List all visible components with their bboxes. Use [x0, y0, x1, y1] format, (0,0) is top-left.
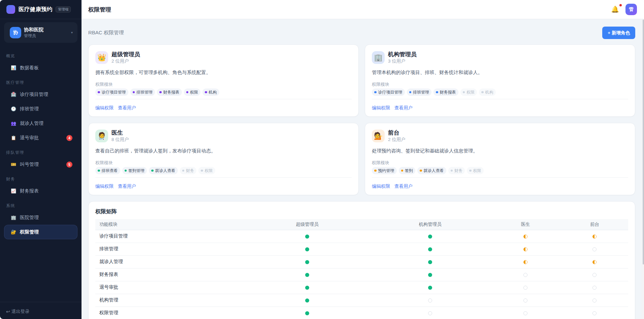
sidebar-item-treatment-projects[interactable]: 🏥 诊疗项目管理: [4, 87, 77, 102]
ticket-icon: 🎫: [11, 162, 15, 167]
permission-level-dot: [305, 247, 309, 251]
matrix-module-name: 财务报表: [95, 268, 244, 281]
matrix-module-name: 权限管理: [95, 307, 244, 319]
permission-tag: 诊疗项目管理: [372, 88, 405, 96]
permission-level-dot: [305, 260, 309, 264]
view-users-link[interactable]: 查看用户: [394, 105, 413, 111]
permission-tag-label: 财务报表: [440, 90, 456, 95]
permission-level-dot: [592, 286, 597, 290]
add-role-button[interactable]: + 新增角色: [602, 27, 635, 39]
sidebar: 医疗健康预约 管理端 协 协和医院 管理员 ▾ 概览 📊 数据看板 医疗管理 🏥…: [0, 0, 82, 319]
view-users-link[interactable]: 查看用户: [394, 183, 413, 189]
hospital-selector[interactable]: 协 协和医院 管理员 ▾: [4, 22, 77, 43]
edit-permissions-link[interactable]: 编辑权限: [95, 183, 114, 189]
app-badge: 管理端: [56, 6, 71, 12]
app-logo-icon: [6, 5, 15, 14]
role-card-head: 👑 超级管理员 2 位用户: [95, 51, 352, 64]
logout-arrow-icon: ↩: [6, 309, 10, 314]
tag-dot: [451, 170, 453, 172]
scrollbar-thumb[interactable]: [643, 20, 644, 264]
role-titles: 医生 8 位用户: [111, 129, 129, 142]
nav-section-overview: 概览 📊 数据看板: [4, 53, 77, 75]
permission-tag: 排班管理: [407, 88, 432, 96]
sidebar-item-dashboard[interactable]: 📊 数据看板: [4, 61, 77, 75]
tag-dot: [201, 170, 203, 172]
permission-tag-label: 机构: [209, 90, 217, 95]
permission-level-dot: [523, 298, 527, 303]
logout-button[interactable]: ↩ 退出登录: [0, 302, 82, 319]
permission-tag-label: 机构: [485, 90, 493, 95]
matrix-col-header: 前台: [561, 219, 628, 230]
notification-count-badge: 5: [66, 162, 72, 168]
role-titles: 前台 2 位用户: [388, 129, 406, 142]
sidebar-item-patients[interactable]: 👥 就诊人管理: [4, 116, 77, 131]
modules-label: 权限模块: [95, 82, 352, 87]
sidebar-item-refund-approval[interactable]: 📋 退号审批 4: [4, 131, 77, 145]
edit-permissions-link[interactable]: 编辑权限: [95, 105, 114, 111]
people-icon: 👥: [11, 121, 15, 126]
role-card-actions: 编辑权限 查看用户: [372, 99, 628, 111]
clipboard-icon: 📋: [11, 136, 15, 140]
bell-icon: 🔔: [611, 6, 619, 13]
notifications-button[interactable]: 🔔: [611, 6, 619, 13]
user-avatar[interactable]: 管: [625, 4, 637, 15]
role-card-actions: 编辑权限 查看用户: [95, 99, 352, 111]
hospital-role: 管理员: [24, 33, 71, 38]
office-building-icon: 🏢: [372, 51, 385, 64]
sidebar-item-queue-calling[interactable]: 🎫 叫号管理 5: [4, 157, 77, 172]
edit-permissions-link[interactable]: 编辑权限: [372, 105, 390, 111]
edit-permissions-link[interactable]: 编辑权限: [372, 183, 390, 189]
tag-dot: [98, 170, 100, 172]
scrollbar[interactable]: [641, 19, 644, 319]
lock-with-key-icon: 🔐: [11, 230, 15, 234]
matrix-header-row: 功能模块 超级管理员 机构管理员 医生 前台: [95, 219, 628, 230]
sidebar-item-label: 诊疗项目管理: [20, 92, 48, 98]
nav-section-label: 财务: [4, 176, 77, 182]
permission-tag: 权限: [198, 167, 215, 174]
role-card-head: 🏢 机构管理员 3 位用户: [372, 51, 628, 64]
permission-tag: 排班查看: [95, 167, 120, 174]
permission-tag: 机构: [479, 88, 496, 96]
sidebar-item-scheduling[interactable]: 🕐 排班管理: [4, 102, 77, 116]
tag-dot: [182, 170, 185, 172]
role-card-super-admin: 👑 超级管理员 2 位用户 拥有系统全部权限，可管理多机构、角色与系统配置。 权…: [88, 44, 359, 117]
sidebar-item-hospital-management[interactable]: 🏢 医院管理: [4, 210, 77, 225]
role-description: 拥有系统全部权限，可管理多机构、角色与系统配置。: [95, 69, 352, 76]
matrix-col-header: 功能模块: [95, 219, 244, 230]
permission-level-dot: [523, 235, 527, 239]
permission-tag-label: 就诊人查看: [155, 168, 175, 174]
section-heading: RBAC 权限管理: [88, 30, 124, 36]
role-cards-grid: 👑 超级管理员 2 位用户 拥有系统全部权限，可管理多机构、角色与系统配置。 权…: [88, 44, 635, 195]
permission-level-dot: [523, 260, 527, 264]
permission-tag: 财务: [180, 167, 197, 174]
nav-section-label: 概览: [4, 53, 77, 59]
permission-level-dot: [305, 298, 309, 303]
matrix-row: 就诊人管理: [95, 255, 628, 268]
permission-tag: 诊疗项目管理: [95, 88, 128, 96]
role-card-receptionist: 💁 前台 2 位用户 处理预约咨询、签到登记和基础就诊人信息管理。 权限模块 预…: [365, 123, 635, 195]
tag-dot: [205, 91, 207, 94]
tag-dot: [463, 91, 465, 94]
permission-tag-label: 就诊人查看: [424, 168, 444, 174]
sidebar-item-label: 排班管理: [20, 106, 39, 112]
main-column: 权限管理 🔔 管 RBAC 权限管理 + 新增角色 👑 超级管理员 2 位用户: [82, 0, 644, 319]
permission-tag: 排班管理: [130, 88, 155, 96]
permission-level-dot: [428, 311, 432, 315]
matrix-module-name: 诊疗项目管理: [95, 230, 244, 243]
view-users-link[interactable]: 查看用户: [118, 105, 136, 111]
toolbar: RBAC 权限管理 + 新增角色: [88, 27, 635, 39]
role-card-doctor: 🧑‍⚕️ 医生 8 位用户 查看自己的排班，管理就诊人签到，发布诊疗项目动态。 …: [88, 123, 359, 195]
tag-dot: [374, 170, 377, 172]
permission-tag-label: 预约管理: [378, 168, 394, 174]
sidebar-item-finance-report[interactable]: 📈 财务报表: [4, 184, 77, 198]
nav-section-queue: 排队管理 🎫 叫号管理 5: [4, 150, 77, 172]
permission-tag: 就诊人查看: [417, 167, 446, 174]
content-area: RBAC 权限管理 + 新增角色 👑 超级管理员 2 位用户 拥有系统全部权限，…: [82, 19, 644, 319]
permission-level-dot: [305, 286, 309, 290]
office-building-icon: 🏢: [11, 215, 15, 220]
sidebar-item-permission-management[interactable]: 🔐 权限管理: [4, 225, 77, 239]
role-card-actions: 编辑权限 查看用户: [372, 177, 628, 189]
view-users-link[interactable]: 查看用户: [118, 183, 136, 189]
permission-tag-label: 排班管理: [136, 90, 153, 95]
permission-level-dot: [592, 273, 597, 277]
